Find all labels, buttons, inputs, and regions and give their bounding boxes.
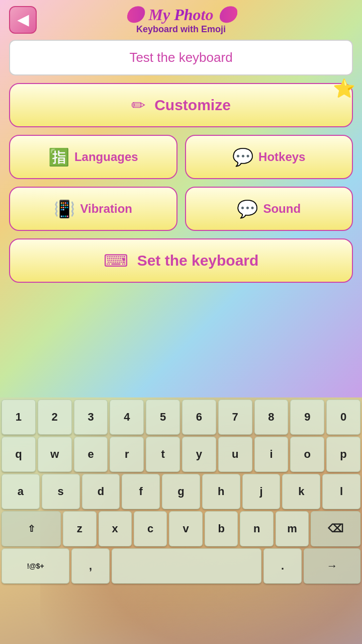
keyboard-row-asdf: a s d f g h j k l: [2, 474, 360, 509]
key-n[interactable]: n: [240, 511, 273, 546]
hotkeys-button[interactable]: 💬 Hotkeys: [185, 135, 353, 179]
key-5[interactable]: 5: [146, 399, 180, 435]
languages-label: Languages: [74, 150, 138, 164]
app-main: ◀ 😍 My Photo 😍 Keyboard with Emoji ⭐ ✏ C…: [0, 0, 362, 397]
set-keyboard-row: ⌨ Set the keyboard: [9, 238, 353, 283]
test-keyboard-container[interactable]: [9, 40, 353, 75]
key-z[interactable]: z: [63, 511, 96, 546]
customize-button[interactable]: ✏ Customize: [9, 83, 353, 127]
key-4[interactable]: 4: [110, 399, 144, 435]
vibration-button[interactable]: 📳 Vibration: [9, 187, 177, 231]
backspace-key[interactable]: ⌫: [311, 511, 360, 546]
key-m[interactable]: m: [276, 511, 309, 546]
key-7[interactable]: 7: [218, 399, 252, 435]
back-icon: ◀: [18, 13, 29, 27]
app-title-sub: Keyboard with Emoji: [125, 24, 238, 35]
key-w[interactable]: w: [38, 437, 72, 472]
hotkeys-label: Hotkeys: [258, 150, 305, 164]
key-2[interactable]: 2: [38, 399, 72, 435]
key-y[interactable]: y: [182, 437, 216, 472]
key-8[interactable]: 8: [254, 399, 289, 435]
app-title-text: 😍 My Photo 😍: [125, 5, 238, 24]
set-keyboard-label: Set the keyboard: [137, 252, 259, 269]
keyboard-section: 1 2 3 4 5 6 7 8 9 0 q w e r t y u i o p …: [0, 397, 362, 644]
vibration-label: Vibration: [80, 202, 132, 216]
key-i[interactable]: i: [254, 437, 289, 472]
keyboard-row-bottom: !@$+ , . →: [2, 548, 360, 584]
back-button[interactable]: ◀: [9, 6, 37, 34]
keyboard-row-zxcv: ⇧ z x c v b n m ⌫: [2, 511, 360, 546]
languages-button[interactable]: 🈯 Languages: [9, 135, 177, 179]
keyboard-row-numbers: 1 2 3 4 5 6 7 8 9 0: [2, 399, 360, 435]
key-1[interactable]: 1: [2, 399, 36, 435]
key-p[interactable]: p: [326, 437, 360, 472]
set-keyboard-icon: ⌨: [104, 251, 128, 271]
key-o[interactable]: o: [290, 437, 324, 472]
key-d[interactable]: d: [82, 474, 120, 509]
star-badge: ⭐: [333, 78, 355, 99]
key-b[interactable]: b: [205, 511, 238, 546]
enter-key[interactable]: →: [304, 548, 360, 584]
key-v[interactable]: v: [169, 511, 202, 546]
symbols-key[interactable]: !@$+: [2, 548, 69, 584]
vibration-icon: 📳: [54, 199, 75, 219]
keyboard-row-qwerty: q w e r t y u i o p: [2, 437, 360, 472]
key-9[interactable]: 9: [290, 399, 324, 435]
sound-label: Sound: [263, 202, 301, 216]
customize-icon: ✏: [131, 95, 145, 115]
key-c[interactable]: c: [134, 511, 167, 546]
key-k[interactable]: k: [282, 474, 320, 509]
set-keyboard-button[interactable]: ⌨ Set the keyboard: [9, 238, 353, 283]
key-s[interactable]: s: [42, 474, 80, 509]
key-3[interactable]: 3: [74, 399, 108, 435]
hotkeys-icon: 💬: [232, 147, 253, 167]
customize-row: ⭐ ✏ Customize: [9, 83, 353, 127]
comma-key[interactable]: ,: [71, 548, 110, 584]
key-l[interactable]: l: [322, 474, 360, 509]
key-f[interactable]: f: [122, 474, 160, 509]
languages-hotkeys-row: 🈯 Languages 💬 Hotkeys: [9, 135, 353, 179]
vibration-sound-row: 📳 Vibration 💬 Sound: [9, 187, 353, 231]
key-g[interactable]: g: [162, 474, 200, 509]
customize-label: Customize: [154, 97, 231, 114]
app-title: 😍 My Photo 😍 Keyboard with Emoji: [125, 5, 238, 35]
key-a[interactable]: a: [2, 474, 40, 509]
sound-button[interactable]: 💬 Sound: [185, 187, 353, 231]
key-j[interactable]: j: [242, 474, 281, 509]
test-keyboard-input[interactable]: [20, 50, 342, 65]
period-key[interactable]: .: [263, 548, 302, 584]
key-6[interactable]: 6: [182, 399, 216, 435]
sound-icon: 💬: [237, 199, 258, 219]
key-q[interactable]: q: [2, 437, 36, 472]
space-key[interactable]: [112, 548, 261, 584]
key-t[interactable]: t: [146, 437, 180, 472]
languages-icon: 🈯: [48, 147, 69, 167]
key-e[interactable]: e: [74, 437, 108, 472]
keyboard-rows: 1 2 3 4 5 6 7 8 9 0 q w e r t y u i o p …: [0, 397, 362, 588]
header: ◀ 😍 My Photo 😍 Keyboard with Emoji: [9, 5, 353, 35]
shift-key[interactable]: ⇧: [2, 511, 61, 546]
key-x[interactable]: x: [99, 511, 132, 546]
key-r[interactable]: r: [110, 437, 144, 472]
key-h[interactable]: h: [202, 474, 240, 509]
key-0[interactable]: 0: [326, 399, 360, 435]
key-u[interactable]: u: [218, 437, 252, 472]
